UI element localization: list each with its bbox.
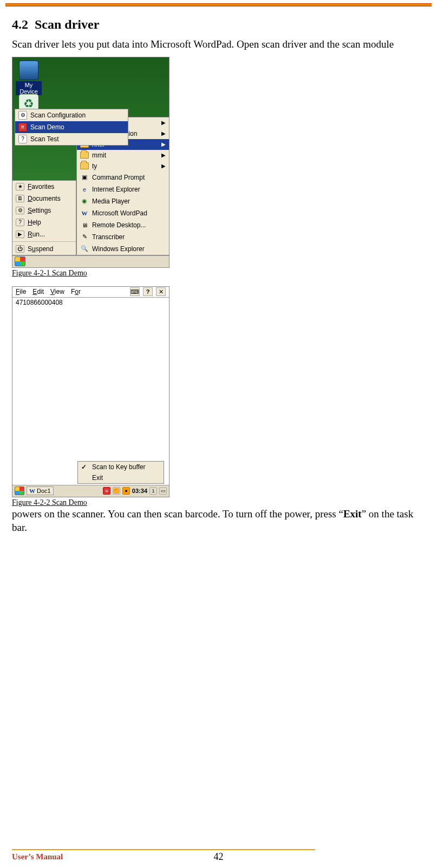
windows-explorer-icon: 🔍 xyxy=(80,245,89,253)
context-item-label: Scan to Key buffer xyxy=(92,463,146,471)
ie-icon: e xyxy=(80,185,89,194)
scanner-submenu: ⚙ Scan Configuration ≡ Scan Demo ? Scan … xyxy=(15,109,128,146)
para2-pre: powers on the scanner. You can then scan… xyxy=(12,508,343,520)
footer-orange-rule xyxy=(12,849,315,850)
programs-item-windows-explorer[interactable]: 🔍Windows Explorer xyxy=(77,243,169,255)
taskbar-clock[interactable]: 03:34 xyxy=(132,488,147,494)
wordpad-icon: W xyxy=(29,488,35,494)
programs-item-internet-explorer[interactable]: eInternet Explorer xyxy=(77,183,169,195)
programs-item-command-prompt[interactable]: ▣Command Prompt xyxy=(77,172,169,183)
taskbar-tab-label: Doc1 xyxy=(37,488,51,494)
tray-scan-icon[interactable]: ≡ xyxy=(103,487,110,495)
tray-status-icon[interactable]: ● xyxy=(122,487,130,495)
programs-item-microsoft-wordpad[interactable]: WMicrosoft WordPad xyxy=(77,207,169,219)
submenu-item-label: Scan Configuration xyxy=(30,111,86,119)
scanned-barcode-value: 4710866000408 xyxy=(16,299,63,306)
remote-desktop-icon: 🖥 xyxy=(80,221,89,229)
chevron-right-icon: ▶ xyxy=(161,152,166,158)
section-title: Scan driver xyxy=(35,17,99,31)
system-tray: ≡ 📶 ● 03:34 1 ▭ xyxy=(103,487,167,495)
menu-item-label: Media Player xyxy=(92,198,130,205)
settings-icon: ⚙ xyxy=(16,207,24,214)
menu-item-label-partial: mmit xyxy=(92,152,106,159)
menu-view[interactable]: View xyxy=(50,288,64,295)
programs-item-remote-desktop[interactable]: 🖥Remote Desktop... xyxy=(77,219,169,231)
programs-item-mmit[interactable]: mmit▶ xyxy=(77,150,169,161)
documents-icon: 🗎 xyxy=(16,195,24,202)
context-item-scan-to-key-buffer[interactable]: Scan to Key buffer xyxy=(78,462,164,472)
figure-2-screenshot: File Edit View For ⌨ ? ✕ 4710866000408 S… xyxy=(12,286,169,497)
computer-icon xyxy=(19,61,38,80)
start-menu: ★Favorites 🗎Documents ⚙Settings ?Help ▶R… xyxy=(12,180,76,255)
figure-2-caption[interactable]: Figure 4-2-2 Scan Demo xyxy=(12,498,425,507)
page-footer: User’s Manual 42 xyxy=(12,849,425,862)
section-number: 4.2 xyxy=(12,17,28,31)
chevron-right-icon: ▶ xyxy=(161,130,166,136)
start-item-favorites[interactable]: ★Favorites xyxy=(12,181,76,193)
menu-item-label: Windows Explorer xyxy=(92,245,145,253)
wordpad-document-area[interactable]: 4710866000408 xyxy=(12,298,169,464)
start-button[interactable] xyxy=(15,486,24,495)
programs-item-transcriber[interactable]: ✎Transcriber xyxy=(77,231,169,243)
start-item-help[interactable]: ?Help xyxy=(12,216,76,228)
scan-test-icon: ? xyxy=(18,135,27,143)
para2-bold-exit: Exit xyxy=(343,508,362,520)
chevron-right-icon: ▶ xyxy=(161,141,166,147)
my-device-label: My Device xyxy=(16,81,42,95)
close-icon[interactable]: ✕ xyxy=(156,287,166,296)
tray-context-menu: Scan to Key buffer Exit xyxy=(77,461,164,484)
cmd-icon: ▣ xyxy=(80,173,89,182)
menu-item-label-partial: ty xyxy=(92,162,97,170)
help-icon: ? xyxy=(16,219,24,226)
submenu-item-label: Scan Test xyxy=(30,135,58,143)
start-item-documents[interactable]: 🗎Documents xyxy=(12,193,76,205)
menu-format-truncated[interactable]: For xyxy=(71,288,81,295)
menu-item-label: Transcriber xyxy=(92,233,125,241)
submenu-item-label: Scan Demo xyxy=(30,123,64,131)
chevron-right-icon: ▶ xyxy=(161,120,166,126)
context-help-icon[interactable]: ? xyxy=(143,287,153,296)
suspend-icon: ⏻ xyxy=(16,245,24,253)
taskbar xyxy=(12,255,169,267)
wordpad-icon: W xyxy=(80,209,89,218)
folder-icon xyxy=(80,162,89,169)
start-item-run[interactable]: ▶Run... xyxy=(12,228,76,240)
menu-item-label: Microsoft WordPad xyxy=(92,209,147,217)
run-icon: ▶ xyxy=(16,231,24,238)
tray-network-icon[interactable]: 📶 xyxy=(113,487,120,495)
figure-1-screenshot: My Device ⚙ Scan Configuration ≡ Scan De… xyxy=(12,57,169,268)
figure-1-caption[interactable]: Figure 4-2-1 Scan Demo xyxy=(12,269,425,278)
menu-item-label: Command Prompt xyxy=(92,174,145,181)
scanner-submenu-scan-test[interactable]: ? Scan Test xyxy=(15,133,128,145)
folder-icon xyxy=(80,152,89,159)
my-device-desktop-icon[interactable]: My Device xyxy=(16,61,42,95)
scanner-submenu-scan-demo[interactable]: ≡ Scan Demo xyxy=(15,121,128,133)
section-heading: 4.2 Scan driver xyxy=(12,17,425,32)
programs-item-media-player[interactable]: ◉Media Player xyxy=(77,195,169,207)
scanner-submenu-scan-configuration[interactable]: ⚙ Scan Configuration xyxy=(15,109,128,121)
start-button[interactable] xyxy=(15,257,25,266)
start-item-suspend[interactable]: ⏻Suspend xyxy=(12,241,76,255)
start-item-settings[interactable]: ⚙Settings xyxy=(12,205,76,216)
intro-paragraph: Scan driver lets you put data into Micro… xyxy=(12,37,425,51)
keyboard-icon[interactable]: ⌨ xyxy=(130,287,140,296)
context-item-label: Exit xyxy=(92,474,103,482)
context-item-exit[interactable]: Exit xyxy=(78,472,164,483)
media-player-icon: ◉ xyxy=(80,197,89,206)
wordpad-menubar: File Edit View For ⌨ ? ✕ xyxy=(12,287,169,298)
tray-keyboard-indicator[interactable]: 1 xyxy=(149,487,157,495)
favorites-icon: ★ xyxy=(16,183,24,190)
taskbar-tab-doc1[interactable]: WDoc1 xyxy=(27,486,54,495)
scan-config-icon: ⚙ xyxy=(18,111,27,120)
menu-item-label: Internet Explorer xyxy=(92,186,140,193)
menu-file[interactable]: File xyxy=(16,288,26,295)
chevron-right-icon: ▶ xyxy=(161,163,166,169)
transcriber-icon: ✎ xyxy=(80,233,89,241)
menu-item-label: Remote Desktop... xyxy=(92,221,146,229)
scan-demo-icon: ≡ xyxy=(18,123,27,131)
closing-paragraph: powers on the scanner. You can then scan… xyxy=(12,507,425,535)
menu-edit[interactable]: Edit xyxy=(32,288,44,295)
footer-page-number: 42 xyxy=(12,851,425,863)
programs-item-ty[interactable]: ty▶ xyxy=(77,161,169,172)
tray-desktop-icon[interactable]: ▭ xyxy=(159,487,167,495)
